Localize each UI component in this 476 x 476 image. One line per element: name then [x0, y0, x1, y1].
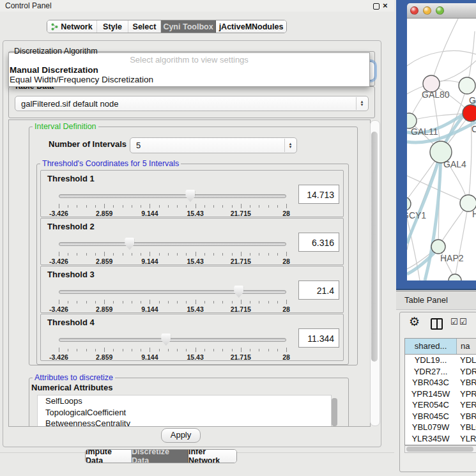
tick-mark — [113, 301, 114, 303]
table-data-combobox[interactable]: galFiltered.sif default node ▲▼ — [15, 96, 369, 111]
tick-mark — [77, 205, 77, 208]
tick-mark — [177, 349, 178, 351]
tick-mark — [113, 349, 114, 351]
network-node[interactable] — [463, 105, 476, 121]
checkbox-icon[interactable]: ☑ — [459, 317, 467, 326]
scale-label: 9.144 — [141, 353, 158, 361]
threshold-slider[interactable]: -3.4262.8599.14415.4321.71528 — [59, 332, 286, 359]
tick-mark — [259, 205, 259, 208]
threshold-slider[interactable]: -3.4262.8599.14415.4321.71528 — [59, 284, 286, 311]
tab-cyni-toolbox[interactable]: Cyni Toolbox — [161, 20, 216, 33]
threshold-value-input[interactable]: 11.344 — [298, 328, 339, 348]
slider-handle[interactable] — [185, 190, 195, 202]
network-node[interactable] — [459, 77, 475, 94]
close-light-icon[interactable] — [410, 6, 418, 15]
slider-handle[interactable] — [234, 286, 243, 298]
table-header-row: shared... na — [405, 339, 476, 355]
tab-impute-data[interactable]: Impute Data — [86, 450, 132, 463]
cell-shared-name: YLR345W — [405, 433, 456, 445]
list-item[interactable]: BetweennessCentrality — [38, 418, 331, 427]
tab-jactivemnodules[interactable]: jActiveMNodules — [216, 20, 286, 33]
tick-mark — [141, 205, 141, 208]
network-canvas[interactable]: GAL80GACGAL11GAL4GCY1HHAP2 — [407, 19, 476, 280]
slider-track[interactable] — [59, 242, 286, 246]
table-row[interactable]: YBR045CYBR0 — [405, 411, 476, 422]
table-row[interactable]: YDL19...YDL1 — [405, 355, 476, 366]
threshold-value-input[interactable]: 14.713 — [298, 185, 339, 204]
threshold-value-input[interactable]: 21.4 — [298, 280, 339, 300]
tick-mark — [68, 301, 68, 303]
slider-ticks — [59, 252, 286, 257]
combo-stepper-icon[interactable]: ▲▼ — [356, 97, 367, 110]
numerical-attributes-list[interactable]: SelfLoopsTopologicalCoefficientBetweenne… — [37, 395, 332, 427]
split-column-icon[interactable] — [431, 318, 443, 330]
column-header-name[interactable]: na — [457, 339, 476, 354]
apply-button[interactable]: Apply — [161, 428, 201, 443]
checkbox-icon[interactable]: ☑ — [450, 317, 458, 326]
tick-mark — [113, 253, 114, 256]
tick-mark — [232, 301, 233, 303]
scrollbar-thumb[interactable] — [406, 447, 473, 452]
gear-icon[interactable]: ⚙ — [409, 314, 420, 329]
tick-mark — [59, 204, 59, 208]
slider-handle[interactable] — [125, 238, 134, 250]
tick-mark — [77, 349, 77, 351]
tick-mark — [250, 253, 250, 256]
cell-name: YDL1 — [456, 355, 476, 366]
tab-style[interactable]: Style — [97, 20, 128, 33]
slider-track[interactable] — [59, 338, 286, 342]
combo-stepper-icon[interactable]: ▲▼ — [284, 139, 296, 152]
minimize-light-icon[interactable] — [423, 6, 431, 15]
table-horizontal-scrollbar[interactable] — [404, 445, 476, 453]
menu-item-manual-discretization[interactable]: Manual Discretization — [10, 65, 98, 75]
column-header-shared[interactable]: shared... — [405, 339, 457, 354]
tick-mark — [277, 301, 278, 303]
list-item[interactable]: SelfLoops — [38, 395, 331, 407]
slider-track[interactable] — [59, 290, 286, 294]
tick-mark — [150, 252, 150, 256]
interval-definition-title: Interval Definition — [33, 122, 98, 131]
tick-mark — [186, 205, 187, 208]
slider-ticks — [59, 300, 286, 305]
algorithm-group-title: Discretization Algorithm — [12, 47, 100, 56]
list-item[interactable]: TopologicalCoefficient — [38, 407, 331, 418]
tab-network[interactable]: Network — [47, 20, 97, 33]
table-row[interactable]: YER054CYER0 — [405, 399, 476, 411]
threshold-slider[interactable]: -3.4262.8599.14415.4321.71528 — [59, 236, 286, 263]
table-row[interactable]: YBL079WYBL0 — [405, 422, 476, 433]
threshold-label: Threshold 2 — [47, 222, 95, 231]
tick-mark — [232, 349, 233, 351]
network-window-titlebar[interactable] — [407, 3, 476, 19]
tick-mark — [268, 349, 269, 351]
tab-select[interactable]: Select — [128, 20, 161, 33]
table-row[interactable]: YPR145WYPR1 — [405, 388, 476, 400]
tab-infer-network[interactable]: Infer Network — [188, 450, 236, 463]
threshold-value-input[interactable]: 6.316 — [298, 233, 339, 252]
close-icon[interactable]: × — [383, 1, 388, 10]
zoom-light-icon[interactable] — [436, 6, 444, 15]
slider-scale: -3.4262.8599.14415.4321.71528 — [59, 257, 286, 265]
network-node[interactable] — [449, 274, 461, 280]
settings-vertical-scrollbar[interactable] — [370, 120, 380, 426]
slider-handle[interactable] — [161, 334, 171, 346]
slider-scale: -3.4262.8599.14415.4321.71528 — [59, 353, 286, 361]
menu-item-equal-width-frequency[interactable]: Equal Width/Frequency Discretization — [10, 75, 153, 84]
network-icon — [51, 23, 58, 31]
table-row[interactable]: YDR27...YDR2 — [405, 366, 476, 378]
attributes-list-scrollbar[interactable] — [332, 398, 337, 426]
network-node[interactable] — [431, 240, 445, 254]
network-node-label: GAL11 — [411, 127, 438, 137]
table-row[interactable]: YLR345WYLR3 — [405, 433, 476, 445]
tab-discretize-data[interactable]: Discretize Data — [132, 450, 188, 463]
slider-track[interactable] — [59, 194, 286, 198]
float-window-icon[interactable] — [373, 3, 380, 10]
slider-scale: -3.4262.8599.14415.4321.71528 — [59, 210, 286, 217]
table-row[interactable]: YBR043CYBR0 — [405, 377, 476, 388]
scrollbar-thumb[interactable] — [371, 132, 378, 362]
tick-mark — [123, 205, 123, 208]
network-node-label: H — [472, 209, 476, 219]
threshold-slider[interactable]: -3.4262.8599.14415.4321.71528 — [59, 188, 286, 215]
number-of-intervals-combobox[interactable]: 5 ▲▼ — [130, 137, 297, 153]
tick-mark — [104, 204, 105, 208]
network-node[interactable] — [407, 197, 411, 211]
